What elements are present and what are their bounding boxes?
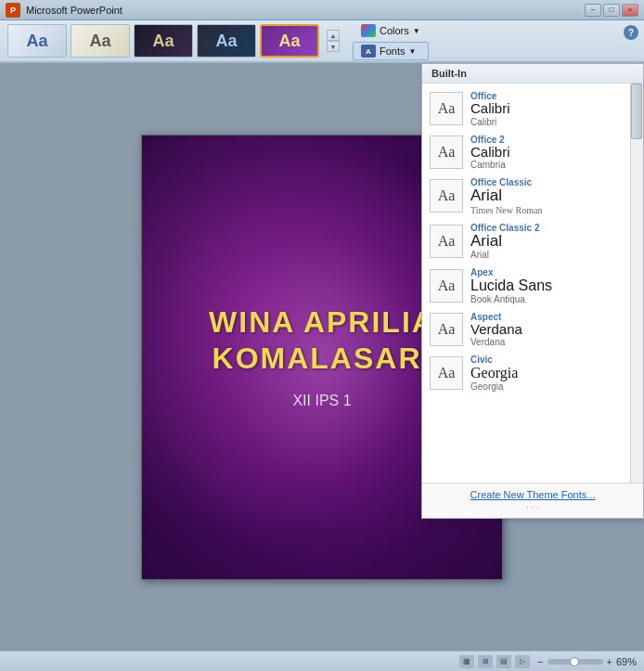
font-name-small-2: Times New Roman (470, 205, 542, 215)
zoom-minus[interactable]: − (537, 656, 543, 667)
font-info-2: Office Classic Arial Times New Roman (470, 177, 542, 215)
theme-thumbnail-2[interactable]: Aa (134, 24, 193, 58)
theme-thumbnail-4[interactable]: Aa (260, 24, 319, 58)
maximize-button[interactable]: □ (603, 4, 620, 17)
view-reading-icon[interactable]: ▤ (496, 655, 511, 668)
font-name-small-3: Arial (470, 250, 539, 260)
font-name-large-1: Calibri (470, 145, 510, 161)
font-item-1[interactable]: Aa Office 2 Calibri Cambria (422, 131, 643, 174)
fonts-dropdown: Built-In Aa Office Calibri Calibri Aa (421, 63, 644, 519)
status-right: ▦ ⊞ ▤ ▷ − + 69% (459, 655, 637, 668)
app-title: Microsoft PowerPoint (26, 5, 122, 16)
slide-title: WINA APRILIA KOMALASARI (209, 304, 435, 376)
create-new-theme-fonts-button[interactable]: Create New Theme Fonts... (430, 489, 636, 500)
ribbon: Aa Aa Aa Aa Aa ▲ ▼ Colors ▼ A Fonts ▼ ? (0, 20, 644, 63)
font-info-5: Aspect Verdana Verdana (470, 312, 522, 348)
font-item-6[interactable]: Aa Civic Georgia Georgia (422, 351, 643, 395)
footer-dots: · · · (430, 502, 636, 512)
slide-title-line1: WINA APRILIA (209, 304, 435, 340)
main-content: WINA APRILIA KOMALASARI XII IPS 1 Built-… (0, 63, 644, 651)
font-info-0: Office Calibri Calibri (470, 91, 510, 127)
font-name-large-4: Lucida Sans (470, 277, 552, 294)
status-bar: ▦ ⊞ ▤ ▷ − + 69% (0, 651, 644, 671)
slide-subtitle: XII IPS 1 (292, 393, 351, 409)
fonts-label: Fonts (380, 45, 406, 57)
font-name-small-5: Verdana (470, 337, 522, 347)
font-name-large-6: Georgia (470, 365, 518, 381)
font-preview-4: Aa (430, 269, 463, 303)
title-bar: P Microsoft PowerPoint − □ × (0, 0, 644, 20)
slide-title-line2: KOMALASARI (209, 341, 435, 376)
font-preview-1: Aa (430, 135, 463, 169)
font-preview-2: Aa (430, 179, 463, 213)
font-name-large-3: Arial (470, 233, 539, 251)
zoom-level: 69% (616, 656, 637, 667)
font-name-small-1: Cambria (470, 160, 510, 170)
font-category-4: Apex (470, 267, 552, 277)
font-item-0[interactable]: Aa Office Calibri Calibri (422, 87, 643, 131)
colors-label: Colors (380, 25, 409, 36)
fonts-arrow: ▼ (409, 47, 417, 56)
font-info-3: Office Classic 2 Arial Arial (470, 223, 539, 261)
colors-button[interactable]: Colors ▼ (353, 21, 429, 40)
fonts-button[interactable]: A Fonts ▼ (353, 42, 429, 60)
font-preview-5: Aa (430, 313, 463, 346)
fonts-dropdown-title: Built-In (431, 68, 467, 79)
fonts-icon: A (361, 45, 376, 58)
font-name-small-0: Calibri (470, 117, 510, 127)
zoom-thumb (570, 657, 579, 666)
colors-icon (361, 24, 376, 37)
fonts-list: Aa Office Calibri Calibri Aa Office 2 Ca… (422, 84, 643, 399)
scroll-up-button[interactable]: ▲ (327, 30, 340, 41)
theme-thumbnails: Aa Aa Aa Aa Aa (7, 24, 319, 58)
zoom-plus[interactable]: + (607, 656, 612, 667)
status-icons: ▦ ⊞ ▤ ▷ (459, 655, 530, 668)
font-info-4: Apex Lucida Sans Book Antiqua (470, 267, 552, 304)
title-bar-left: P Microsoft PowerPoint (6, 3, 122, 18)
font-info-1: Office 2 Calibri Cambria (470, 135, 510, 171)
font-name-large-0: Calibri (470, 101, 510, 117)
font-name-small-4: Book Antiqua (470, 294, 552, 304)
fonts-dropdown-header: Built-In (422, 64, 643, 84)
close-button[interactable]: × (622, 4, 638, 17)
theme-thumbnail-0[interactable]: Aa (7, 24, 67, 58)
font-item-3[interactable]: Aa Office Classic 2 Arial Arial (422, 219, 643, 265)
view-slideshow-icon[interactable]: ▷ (515, 655, 530, 668)
font-item-4[interactable]: Aa Apex Lucida Sans Book Antiqua (422, 264, 643, 308)
view-normal-icon[interactable]: ▦ (459, 655, 474, 668)
help-button[interactable]: ? (624, 25, 638, 40)
font-name-large-2: Arial (470, 187, 542, 205)
scrollbar-track[interactable] (630, 84, 643, 483)
zoom-slider[interactable] (547, 659, 603, 665)
fonts-dropdown-scroll[interactable]: Aa Office Calibri Calibri Aa Office 2 Ca… (422, 84, 643, 483)
theme-thumbnail-3[interactable]: Aa (197, 24, 256, 58)
font-name-small-6: Georgia (470, 381, 518, 392)
theme-thumbnail-1[interactable]: Aa (71, 24, 130, 58)
font-preview-0: Aa (430, 92, 463, 125)
font-preview-3: Aa (430, 225, 463, 258)
ribbon-scroll: ▲ ▼ (327, 30, 340, 52)
font-item-5[interactable]: Aa Aspect Verdana Verdana (422, 308, 643, 352)
view-slide-sorter-icon[interactable]: ⊞ (478, 655, 493, 668)
minimize-button[interactable]: − (585, 4, 601, 17)
font-info-6: Civic Georgia Georgia (470, 355, 518, 392)
font-item-2[interactable]: Aa Office Classic Arial Times New Roman (422, 174, 643, 219)
font-preview-6: Aa (430, 356, 463, 390)
font-category-6: Civic (470, 355, 518, 365)
app-icon: P (6, 3, 20, 18)
scrollbar-thumb[interactable] (631, 84, 642, 139)
title-controls: − □ × (585, 4, 638, 17)
fonts-dropdown-footer: Create New Theme Fonts... · · · (422, 483, 643, 518)
scroll-down-button[interactable]: ▼ (327, 41, 340, 52)
zoom-control: − + 69% (537, 656, 637, 667)
colors-arrow: ▼ (413, 27, 420, 35)
font-category-1: Office 2 (470, 135, 510, 145)
ribbon-buttons: Colors ▼ A Fonts ▼ (353, 21, 429, 60)
font-name-large-5: Verdana (470, 322, 522, 338)
